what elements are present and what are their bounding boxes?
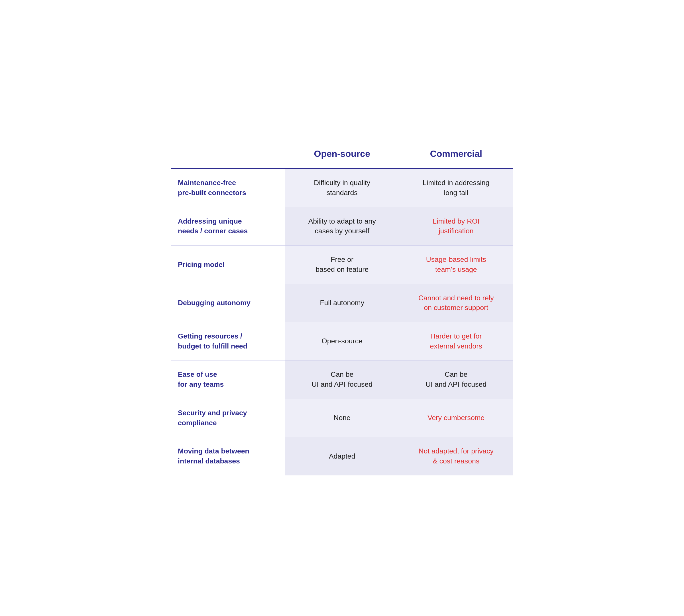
open-source-cell: Free or based on feature	[285, 245, 399, 284]
table-row: Getting resources / budget to fulfill ne…	[171, 322, 513, 360]
comparison-table-wrapper: Open-source Commercial Maintenance-free …	[171, 140, 513, 475]
table-row: Pricing modelFree or based on featureUsa…	[171, 245, 513, 284]
header-open-source: Open-source	[285, 140, 399, 169]
open-source-cell: Ability to adapt to any cases by yoursel…	[285, 207, 399, 245]
commercial-cell: Limited by ROI justification	[399, 207, 513, 245]
open-source-cell: Can be UI and API-focused	[285, 360, 399, 399]
feature-cell: Maintenance-free pre-built connectors	[171, 169, 285, 207]
header-row: Open-source Commercial	[171, 140, 513, 169]
table-row: Debugging autonomyFull autonomyCannot an…	[171, 284, 513, 322]
commercial-cell: Can be UI and API-focused	[399, 360, 513, 399]
feature-cell: Pricing model	[171, 245, 285, 284]
commercial-cell: Cannot and need to rely on customer supp…	[399, 284, 513, 322]
feature-cell: Moving data between internal databases	[171, 437, 285, 476]
feature-cell: Debugging autonomy	[171, 284, 285, 322]
header-feature	[171, 140, 285, 169]
open-source-cell: Open-source	[285, 322, 399, 360]
table-row: Ease of use for any teamsCan be UI and A…	[171, 360, 513, 399]
open-source-cell: None	[285, 399, 399, 437]
feature-cell: Addressing unique needs / corner cases	[171, 207, 285, 245]
table-row: Maintenance-free pre-built connectorsDif…	[171, 169, 513, 207]
commercial-cell: Limited in addressing long tail	[399, 169, 513, 207]
commercial-cell: Very cumbersome	[399, 399, 513, 437]
header-commercial: Commercial	[399, 140, 513, 169]
open-source-cell: Difficulty in quality standards	[285, 169, 399, 207]
feature-cell: Security and privacy compliance	[171, 399, 285, 437]
open-source-cell: Adapted	[285, 437, 399, 476]
table-row: Addressing unique needs / corner casesAb…	[171, 207, 513, 245]
commercial-cell: Harder to get for external vendors	[399, 322, 513, 360]
feature-cell: Getting resources / budget to fulfill ne…	[171, 322, 285, 360]
commercial-cell: Not adapted, for privacy & cost reasons	[399, 437, 513, 476]
feature-cell: Ease of use for any teams	[171, 360, 285, 399]
table-row: Security and privacy complianceNoneVery …	[171, 399, 513, 437]
commercial-cell: Usage-based limits team's usage	[399, 245, 513, 284]
open-source-cell: Full autonomy	[285, 284, 399, 322]
comparison-table: Open-source Commercial Maintenance-free …	[171, 140, 513, 475]
table-row: Moving data between internal databasesAd…	[171, 437, 513, 476]
